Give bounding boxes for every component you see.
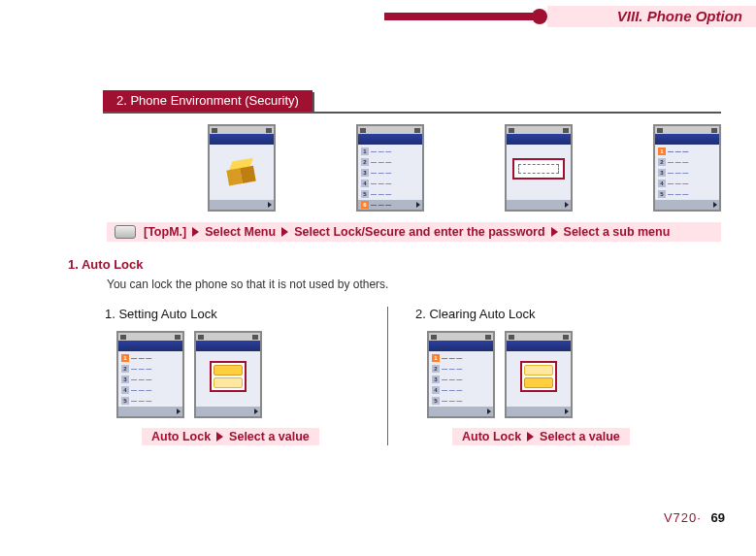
subsection-description: You can lock the phone so that it is not… — [107, 278, 388, 291]
section-heading-strip: 2. Phone Environment (Security) — [103, 90, 312, 112]
column-clearing-auto-lock: 2. Clearing Auto Lock 1— — — 2— — — 3— —… — [408, 307, 678, 445]
menu-3d-icon — [225, 157, 258, 187]
phone-screenshot-submenu: 1— — — 2— — — 3— — — 4— — — 5— — — — [653, 124, 721, 212]
chapter-title: VIII. Phone Option — [547, 6, 756, 27]
navpath-step-1: Select Menu — [205, 222, 276, 242]
navpath-step-2: Select Lock/Secure and enter the passwor… — [294, 222, 544, 242]
phone-screenshot-password — [505, 124, 573, 212]
column-setting-auto-lock: 1. Setting Auto Lock 1— — — 2— — — 3— — … — [97, 307, 368, 445]
column-divider — [387, 307, 388, 445]
value-popup — [520, 361, 557, 392]
screenshot-row-top: 1— — — 2— — — 3— — — 4— — — 5— — — 6— — … — [208, 124, 721, 212]
clear-path-after: Select a value — [540, 430, 620, 443]
phone-screenshot-menu-list: 1— — — 2— — — 3— — — 4— — — 5— — — 6— — … — [356, 124, 424, 212]
chevron-right-icon — [216, 432, 223, 442]
page-footer: V720· 69 — [664, 510, 725, 525]
column-heading-set: 1. Setting Auto Lock — [105, 307, 217, 321]
set-path-after: Select a value — [229, 430, 310, 443]
phone-screenshot-autolock-list: 1— — — 2— — — 3— — — 4— — — 5— — — — [116, 331, 184, 418]
password-dialog — [512, 158, 565, 180]
footer-model: V720· — [664, 510, 702, 525]
auto-lock-columns: 1. Setting Auto Lock 1— — — 2— — — 3— — … — [97, 307, 678, 445]
chevron-right-icon — [281, 227, 288, 237]
chevron-right-icon — [527, 432, 534, 442]
clear-path-label: Auto Lock — [462, 430, 521, 443]
column-heading-clear: 2. Clearing Auto Lock — [415, 307, 536, 321]
value-option-selected — [524, 377, 553, 388]
phone-screenshot-menu3d — [208, 124, 276, 212]
chevron-right-icon — [192, 227, 199, 237]
phone-screenshot-autolock-clear-value — [505, 331, 573, 418]
phone-screenshot-autolock-list-2: 1— — — 2— — — 3— — — 4— — — 5— — — — [427, 331, 495, 418]
subsection-heading: 1. Auto Lock — [68, 257, 144, 272]
footer-page-number: 69 — [711, 510, 725, 525]
menu-key-icon — [115, 225, 136, 239]
navigation-path-band: [TopM.] Select Menu Select Lock/Secure a… — [107, 222, 721, 242]
navpath-start: [TopM.] — [144, 222, 186, 242]
value-popup — [210, 361, 247, 392]
value-option-selected — [214, 365, 243, 376]
navpath-step-3: Select a sub menu — [564, 222, 671, 242]
clear-path-band: Auto Lock Select a value — [452, 428, 630, 445]
chevron-right-icon — [551, 227, 558, 237]
value-option — [214, 377, 243, 388]
page-header: VIII. Phone Option — [384, 6, 756, 27]
set-path-label: Auto Lock — [151, 430, 211, 443]
phone-screenshot-autolock-set-value — [194, 331, 262, 418]
set-path-band: Auto Lock Select a value — [142, 428, 319, 445]
section-rule — [103, 112, 721, 114]
password-field-placeholder — [518, 164, 559, 174]
section-heading: 2. Phone Environment (Security) — [103, 90, 312, 112]
value-option — [524, 365, 553, 376]
header-rule-decor — [384, 13, 540, 20]
